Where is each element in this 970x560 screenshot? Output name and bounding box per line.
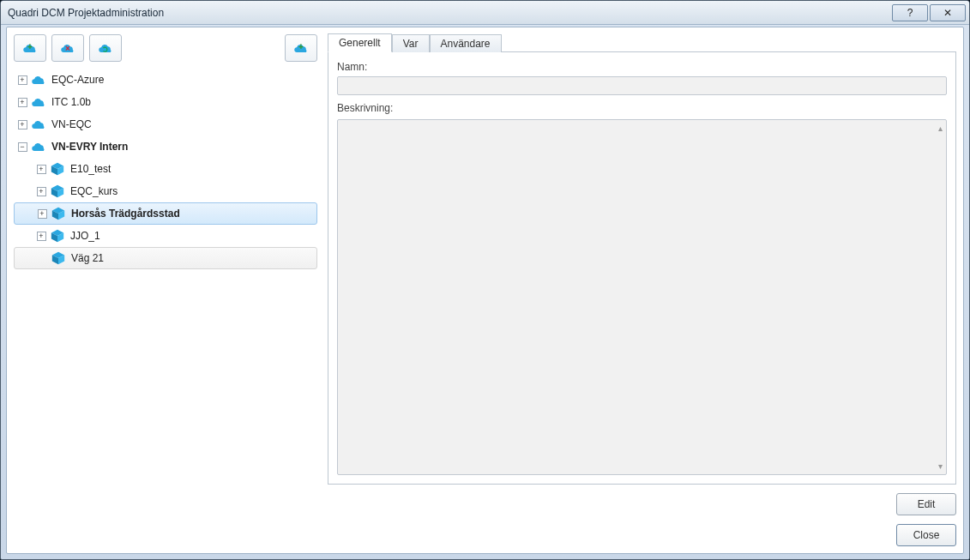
tree-project-row[interactable]: + E10_test [14, 158, 317, 180]
window-title: Quadri DCM Projektadministration [8, 7, 890, 19]
toolbar: + × + [14, 34, 317, 62]
tree-label: Väg 21 [68, 252, 104, 264]
tree-label: EQC-Azure [48, 74, 104, 86]
description-label: Beskrivning: [337, 102, 947, 114]
expander-icon[interactable]: + [34, 162, 48, 176]
description-textarea[interactable]: ▴ ▾ [337, 119, 947, 475]
svg-text:+: + [298, 43, 304, 52]
tree-server-row[interactable]: + EQC-Azure [14, 69, 317, 91]
cube-icon [49, 250, 68, 266]
tab-content: Namn: Beskrivning: ▴ ▾ [328, 51, 956, 485]
tree-project-row[interactable]: + JJO_1 [14, 225, 317, 247]
refresh-server-button[interactable] [89, 34, 122, 62]
expander-icon[interactable]: + [15, 95, 29, 109]
tree-server-row[interactable]: − VN-EVRY Intern [14, 135, 317, 158]
tab-strip: Generellt Var Användare [328, 33, 956, 51]
name-label: Namn: [337, 61, 947, 73]
project-tree[interactable]: + EQC-Azure + ITC 1.0b + VN-EQC − [14, 69, 317, 546]
help-icon: ? [907, 7, 913, 19]
cube-icon [48, 184, 67, 199]
tree-project-row[interactable]: + EQC_kurs [14, 180, 317, 202]
tab-anvandare[interactable]: Användare [430, 34, 502, 52]
tree-label: ITC 1.0b [48, 96, 91, 108]
help-button[interactable]: ? [892, 4, 928, 21]
tree-project-row-selected[interactable]: + Horsås Trädgårdsstad [14, 202, 317, 225]
left-pane: + × + + EQC-Azure [7, 27, 324, 553]
window-body: + × + + EQC-Azure [6, 27, 964, 554]
expander-icon[interactable]: + [34, 229, 48, 243]
button-row: Edit [328, 485, 956, 515]
cube-icon [49, 206, 68, 221]
cloud-refresh-icon [97, 42, 114, 54]
toolbar-spacer [127, 34, 280, 62]
tree-label: Horsås Trädgårdsstad [68, 208, 180, 220]
tab-generellt[interactable]: Generellt [328, 33, 392, 52]
expander-icon[interactable]: − [15, 140, 29, 154]
cloud-icon [29, 141, 48, 153]
close-icon: ✕ [943, 7, 952, 19]
expander-icon[interactable]: + [35, 207, 49, 220]
expander-icon[interactable]: + [15, 117, 29, 131]
title-bar: Quadri DCM Projektadministration ? ✕ [1, 1, 969, 25]
cloud-delete-icon: × [59, 42, 76, 54]
scroll-up-icon: ▴ [938, 123, 943, 133]
tree-label: EQC_kurs [67, 185, 117, 197]
tab-var[interactable]: Var [392, 34, 430, 52]
titlebar-close-button[interactable]: ✕ [930, 4, 966, 21]
cloud-icon [29, 96, 48, 108]
name-input[interactable] [337, 76, 947, 95]
tree-label: VN-EVRY Intern [48, 141, 128, 153]
tree-label: VN-EQC [48, 118, 92, 130]
main-window: Quadri DCM Projektadministration ? ✕ + × [0, 0, 970, 560]
button-row-2: Close [328, 515, 956, 546]
svg-text:+: + [27, 43, 33, 52]
tree-project-row[interactable]: + Väg 21 [14, 247, 317, 269]
close-button[interactable]: Close [896, 524, 956, 546]
remove-server-button[interactable]: × [51, 34, 84, 62]
cube-icon [48, 161, 67, 177]
right-pane: Generellt Var Användare Namn: Beskrivnin… [324, 27, 963, 553]
scroll-down-icon: ▾ [938, 461, 943, 471]
tree-label: E10_test [67, 163, 111, 175]
tree-server-row[interactable]: + VN-EQC [14, 113, 317, 135]
cloud-new-icon: + [292, 42, 310, 54]
expander-icon[interactable]: + [15, 73, 29, 87]
add-server-button[interactable]: + [14, 34, 46, 62]
expander-icon[interactable]: + [34, 184, 48, 198]
cube-icon [48, 228, 67, 244]
tree-label: JJO_1 [67, 230, 100, 242]
svg-text:×: × [65, 44, 70, 53]
edit-button[interactable]: Edit [896, 493, 956, 515]
cloud-icon [29, 74, 48, 86]
new-project-button[interactable]: + [285, 34, 317, 62]
tree-server-row[interactable]: + ITC 1.0b [14, 91, 317, 113]
cloud-plus-icon: + [21, 42, 39, 54]
cloud-icon [29, 118, 48, 130]
